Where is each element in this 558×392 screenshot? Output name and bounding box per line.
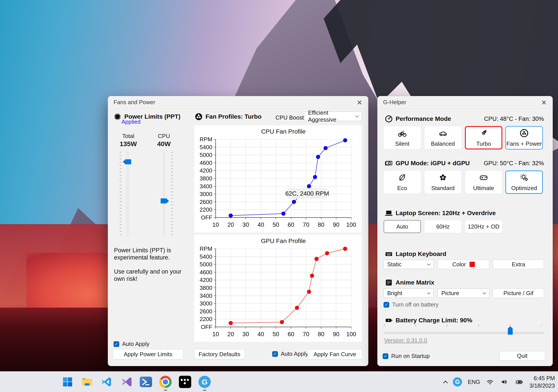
svg-text:3800: 3800 [200, 175, 212, 182]
cpu-slider-thumb[interactable] [161, 198, 169, 203]
fans-window-titlebar[interactable]: Fans and Power [108, 96, 368, 109]
turn-off-on-battery-label: Turn off on battery [392, 301, 438, 308]
battery-icon [385, 317, 393, 324]
tidal-button[interactable]: ◆ ◆ ◆ ◆ [178, 375, 192, 389]
battery-tray-icon[interactable] [514, 378, 524, 386]
anime-mode-select[interactable]: Picture [438, 289, 489, 298]
anime-matrix-heading: Anime Matrix [385, 279, 434, 286]
ghelper-icon: G [199, 376, 211, 388]
chrome-icon [159, 376, 172, 388]
svg-text:5000: 5000 [200, 261, 212, 268]
svg-text:4200: 4200 [200, 277, 212, 283]
svg-text:60: 60 [288, 331, 294, 337]
keyboard-mode-select[interactable]: Static [384, 260, 434, 269]
svg-text:30: 30 [243, 331, 249, 337]
anime-brightness-select[interactable]: Bright [384, 289, 434, 298]
powershell-icon [140, 377, 152, 387]
battery-charge-limit-heading: Battery Charge Limit: 90% [385, 317, 472, 324]
ghelper-titlebar[interactable]: G-Helper [377, 96, 553, 109]
power-auto-apply-checkbox[interactable]: ✓ [113, 341, 119, 347]
cpu-boost-value: Efficient Aggressive [308, 109, 356, 123]
run-on-startup-checkbox[interactable]: ✓ [383, 353, 388, 359]
run-on-startup-row[interactable]: ✓ Run on Startup [383, 353, 430, 359]
keyboard-color-button[interactable]: Color [438, 260, 489, 269]
cpu-fan-chart[interactable]: 102030405060708090100OFF2200260030003400… [194, 125, 362, 233]
total-slider-value: 135W [115, 140, 141, 148]
gpu-button-ultimate[interactable]: Ultimate [465, 170, 502, 194]
svg-text:80: 80 [318, 331, 324, 337]
svg-text:2600: 2600 [200, 199, 212, 205]
fan-auto-apply-checkbox[interactable]: ✓ [272, 351, 278, 357]
clock-time: 6:45 PM [529, 375, 555, 382]
apply-power-limits-button[interactable]: Apply Power Limits [113, 349, 183, 359]
total-slider-thumb[interactable] [123, 159, 131, 164]
keyboard-extra-button[interactable]: Extra [493, 260, 544, 269]
svg-text:100: 100 [346, 331, 356, 337]
gpu-button-optimized[interactable]: Optimized [506, 170, 543, 194]
ghelper-running-indicator [203, 390, 206, 391]
taskbar: ◆ ◆ ◆ ◆ G G ENG [0, 371, 558, 392]
screen-button-60hz[interactable]: 60Hz [424, 220, 462, 233]
svg-text:2200: 2200 [200, 316, 212, 322]
turn-off-on-battery-row[interactable]: ✓ Turn off on battery [384, 301, 438, 308]
svg-text:4200: 4200 [200, 167, 212, 174]
vscode-button[interactable] [100, 375, 113, 389]
chrome-button[interactable] [159, 375, 172, 389]
svg-text:80: 80 [318, 222, 324, 228]
clock[interactable]: 6:45 PM 3/18/2023 [529, 375, 555, 389]
keyboard-icon [385, 250, 393, 258]
start-button[interactable] [61, 375, 74, 389]
tray-chevron-up-icon[interactable] [443, 381, 448, 385]
battery-slider-thumb[interactable] [508, 326, 513, 335]
svg-text:CPU Fan Profile: CPU Fan Profile [261, 128, 306, 135]
perf-button-balanced[interactable]: Balanced [424, 126, 462, 150]
apply-fan-curve-button[interactable]: Apply Fan Curve [307, 349, 362, 359]
svg-text:RPM: RPM [200, 245, 212, 252]
cpu-boost-select[interactable]: Efficient Aggressive [304, 111, 362, 121]
ghelper-taskbar-button[interactable]: G [198, 375, 211, 389]
file-explorer-button[interactable] [80, 375, 94, 389]
svg-text:OFF: OFF [201, 214, 212, 221]
gpu-button-eco[interactable]: Eco [384, 170, 421, 194]
windows-logo-icon [62, 376, 73, 387]
bicycle-icon [398, 129, 407, 138]
gpu-button-standard[interactable]: Standard [424, 170, 462, 194]
chrome-running-indicator [164, 390, 167, 391]
battery-slider-track[interactable] [384, 332, 544, 334]
fans-window-close-button[interactable]: × [355, 98, 364, 107]
turn-off-on-battery-checkbox[interactable]: ✓ [384, 302, 389, 308]
powershell-button[interactable] [139, 375, 153, 389]
fan-auto-apply-row[interactable]: ✓ Auto Apply [272, 350, 308, 357]
perf-button-turbo[interactable]: Turbo [465, 126, 502, 150]
laptop-screen-icon [385, 209, 393, 217]
gpu-fan-chart[interactable]: 102030405060708090100OFF2200260030003400… [194, 235, 362, 342]
factory-defaults-button[interactable]: Factory Defaults [194, 349, 245, 359]
ghelper-tray-icon[interactable]: G [453, 377, 462, 386]
version-link[interactable]: Version: 0.31.0.0 [384, 337, 427, 344]
svg-text:60: 60 [288, 222, 294, 228]
picture-gif-button[interactable]: Picture / Gif [493, 289, 544, 298]
quit-button[interactable]: Quit [499, 351, 545, 360]
ghelper-close-button[interactable]: × [539, 98, 549, 107]
perf-button-fans-power[interactable]: Fans + Power [506, 126, 543, 150]
cpu-slider-track[interactable] [163, 151, 165, 236]
volume-icon[interactable] [500, 378, 508, 386]
applied-link[interactable]: Applied [122, 118, 141, 125]
svg-text:GPU Fan Profile: GPU Fan Profile [261, 238, 306, 244]
screen-button-auto[interactable]: Auto [384, 220, 421, 233]
svg-text:10: 10 [212, 222, 219, 228]
svg-text:2200: 2200 [200, 206, 212, 213]
wifi-icon[interactable] [486, 378, 494, 385]
svg-text:2600: 2600 [200, 308, 212, 315]
screen-button-120hz-od[interactable]: 120Hz + OD [465, 220, 502, 233]
battery-slider-ticks [384, 325, 541, 326]
language-indicator[interactable]: ENG [468, 379, 480, 385]
svg-text:90: 90 [333, 222, 340, 228]
visual-studio-button[interactable] [120, 375, 133, 389]
fan-auto-apply-label: Auto Apply [281, 350, 308, 357]
svg-text:70: 70 [303, 331, 309, 337]
perf-button-silent[interactable]: Silent [384, 126, 421, 150]
svg-text:20: 20 [227, 222, 234, 228]
power-auto-apply-row[interactable]: ✓ Auto Apply [113, 341, 149, 347]
performance-mode-heading: Performance Mode [385, 115, 451, 123]
